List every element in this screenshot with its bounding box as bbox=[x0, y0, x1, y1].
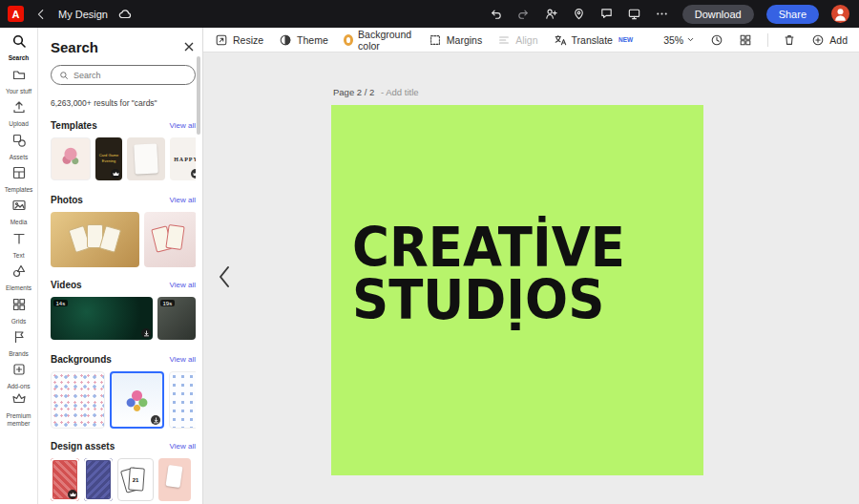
background-thumb-floral-pattern[interactable] bbox=[51, 371, 105, 429]
templates-section: Templates View all Card Game Evening HAP… bbox=[51, 119, 196, 180]
headline-line-2: STUDỊOS bbox=[352, 274, 625, 326]
sidebar-item-search[interactable]: Search bbox=[0, 32, 37, 64]
download-badge bbox=[141, 328, 151, 338]
elements-icon bbox=[11, 263, 27, 283]
photo-thumb-card-fan[interactable] bbox=[144, 212, 196, 267]
add-title-link[interactable]: - Add title bbox=[381, 87, 419, 97]
sidebar-item-premium-member[interactable]: Premium member bbox=[0, 392, 37, 425]
present-icon[interactable] bbox=[627, 7, 642, 22]
background-color-swatch-icon bbox=[344, 34, 353, 46]
translate-icon bbox=[554, 33, 567, 47]
asset-thumb-hand-with-card[interactable] bbox=[158, 458, 191, 501]
pages-view-button[interactable] bbox=[739, 33, 752, 47]
sidebar-item-assets[interactable]: Assets bbox=[0, 130, 37, 162]
sidebar-item-text[interactable]: Text bbox=[0, 228, 37, 261]
previous-page-chevron-icon[interactable] bbox=[217, 264, 232, 293]
adobe-express-logo[interactable]: A bbox=[8, 6, 24, 22]
sidebar-item-templates[interactable]: Templates bbox=[0, 163, 37, 196]
photos-view-all[interactable]: View all bbox=[170, 196, 196, 204]
sidebar-item-upload[interactable]: Upload bbox=[0, 97, 37, 130]
brands-icon bbox=[11, 329, 27, 348]
asset-thumb-red-card-back[interactable] bbox=[51, 458, 79, 501]
theme-button[interactable]: Theme bbox=[279, 33, 328, 47]
delete-page-button[interactable] bbox=[783, 33, 796, 47]
search-panel: Search 6,263,000+ results for "cards" Te… bbox=[38, 28, 203, 504]
share-button[interactable]: Share bbox=[766, 5, 819, 24]
folder-icon bbox=[11, 67, 27, 86]
template-thumb-white-card[interactable] bbox=[127, 137, 165, 180]
canvas-area: Page 2 / 2 - Add title CREATİVE STUDỊOS bbox=[203, 52, 859, 504]
page-indicator: Page 2 / 2 - Add title bbox=[333, 87, 419, 97]
design-assets-section-title: Design assets bbox=[51, 441, 115, 452]
search-input[interactable] bbox=[73, 71, 187, 80]
sidebar-item-media[interactable]: Media bbox=[0, 196, 37, 228]
chevron-down-icon bbox=[686, 35, 695, 44]
premium-crown-badge bbox=[68, 490, 77, 499]
translate-button[interactable]: Translate NEW bbox=[554, 33, 634, 47]
video-thumb-pool-table[interactable]: 14s bbox=[51, 297, 153, 340]
page-number: Page 2 / 2 bbox=[333, 87, 374, 97]
assets-icon bbox=[11, 133, 27, 152]
comment-icon[interactable] bbox=[599, 7, 615, 22]
sidebar-item-your-stuff[interactable]: Your stuff bbox=[0, 64, 37, 96]
template-thumb-happy-card[interactable]: HAPPY bbox=[170, 137, 196, 180]
margins-button[interactable]: Margins bbox=[429, 33, 482, 47]
back-icon[interactable] bbox=[33, 7, 49, 22]
resize-icon bbox=[215, 33, 228, 47]
background-color-button[interactable]: Background color bbox=[344, 29, 413, 52]
photos-section: Photos View all bbox=[51, 194, 196, 267]
document-title[interactable]: My Design bbox=[58, 9, 108, 20]
backgrounds-view-all[interactable]: View all bbox=[170, 355, 196, 364]
download-button[interactable]: Download bbox=[682, 5, 754, 24]
background-thumb-bouquet-selected[interactable] bbox=[110, 371, 164, 429]
design-assets-section: Design assets View all 21 bbox=[51, 440, 196, 501]
results-count: 6,263,000+ results for "cards" bbox=[51, 98, 196, 108]
grid-view-icon bbox=[739, 33, 752, 47]
topbar: A My Design Download Share bbox=[0, 0, 859, 28]
undo-icon[interactable] bbox=[489, 7, 504, 22]
panel-title: Search bbox=[51, 39, 98, 55]
location-pin-icon[interactable] bbox=[572, 7, 587, 22]
timer-button[interactable] bbox=[710, 33, 723, 47]
sidebar-item-add-ons[interactable]: Add-ons bbox=[0, 360, 37, 392]
premium-crown-badge bbox=[191, 169, 196, 178]
video-thumb-dark[interactable]: 19s bbox=[157, 297, 196, 340]
media-icon bbox=[11, 198, 27, 217]
trash-icon bbox=[783, 33, 796, 47]
photo-thumb-playing-cards[interactable] bbox=[51, 212, 139, 267]
headline-line-1: CREATİVE bbox=[352, 221, 625, 274]
add-page-button[interactable]: Add bbox=[811, 33, 848, 47]
clock-icon bbox=[710, 33, 723, 47]
design-page[interactable]: CREATİVE STUDỊOS bbox=[331, 105, 703, 475]
close-icon[interactable] bbox=[182, 40, 196, 53]
templates-icon bbox=[11, 165, 27, 184]
canvas-headline[interactable]: CREATİVE STUDỊOS bbox=[352, 221, 625, 326]
more-options-icon[interactable] bbox=[655, 7, 670, 22]
plus-circle-icon bbox=[811, 33, 825, 47]
asset-thumb-card-fan-21[interactable]: 21 bbox=[117, 458, 154, 501]
sidebar-item-brands[interactable]: Brands bbox=[0, 327, 37, 360]
design-assets-view-all[interactable]: View all bbox=[170, 442, 196, 451]
resize-button[interactable]: Resize bbox=[215, 33, 263, 47]
panel-scrollbar[interactable] bbox=[197, 56, 200, 135]
templates-view-all[interactable]: View all bbox=[170, 121, 196, 130]
redo-icon[interactable] bbox=[516, 7, 532, 22]
search-box[interactable] bbox=[51, 65, 196, 85]
videos-section-title: Videos bbox=[51, 280, 82, 290]
zoom-control[interactable]: 35% bbox=[663, 34, 695, 46]
template-thumb-card-game-poster[interactable]: Card Game Evening bbox=[95, 137, 122, 180]
text-icon bbox=[11, 231, 27, 250]
asset-thumb-navy-card-back[interactable] bbox=[84, 458, 113, 501]
user-avatar[interactable] bbox=[831, 5, 849, 23]
templates-section-title: Templates bbox=[51, 120, 97, 131]
template-thumb-floral-card[interactable] bbox=[51, 137, 91, 180]
invite-people-icon[interactable] bbox=[544, 7, 559, 22]
align-icon bbox=[497, 33, 511, 47]
margins-icon bbox=[429, 33, 442, 47]
sidebar-item-grids[interactable]: Grids bbox=[0, 294, 37, 326]
background-thumb-dot-pattern[interactable] bbox=[169, 371, 196, 429]
align-button[interactable]: Align bbox=[497, 33, 537, 47]
upload-icon bbox=[11, 99, 27, 118]
videos-view-all[interactable]: View all bbox=[170, 281, 196, 289]
sidebar-item-elements[interactable]: Elements bbox=[0, 262, 37, 294]
